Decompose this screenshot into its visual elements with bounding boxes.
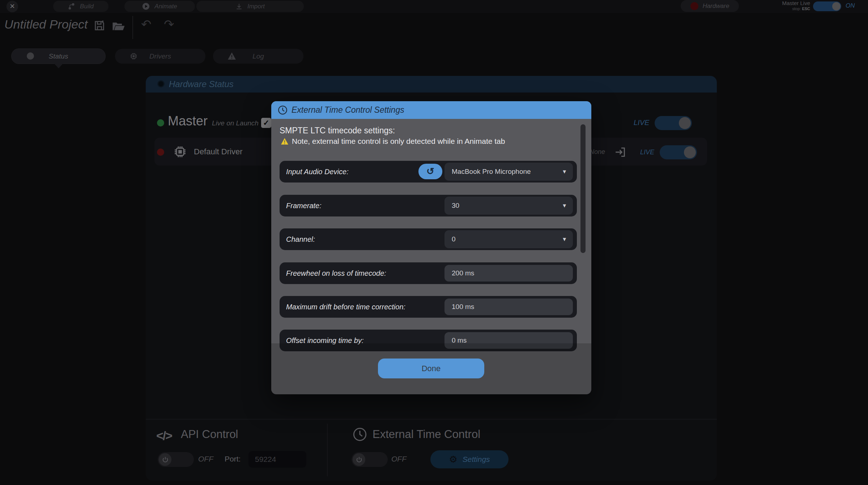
dialog-title: External Time Control Settings xyxy=(292,101,404,119)
app-window: × Build Animate Import Hardware Master L… xyxy=(0,0,868,485)
dropdown-value: 30 xyxy=(452,197,459,215)
external-time-control-settings-dialog: External Time Control Settings SMPTE LTC… xyxy=(271,101,591,394)
row-label: Channel: xyxy=(286,228,315,250)
input-audio-device-dropdown[interactable]: MacBook Pro Microphone ▼ xyxy=(444,163,573,181)
framerate-dropdown[interactable]: 30 ▼ xyxy=(444,197,573,215)
dialog-header: External Time Control Settings xyxy=(271,101,591,119)
clock-icon xyxy=(278,105,288,115)
dialog-scrollbar[interactable] xyxy=(580,124,586,253)
chevron-down-icon: ▼ xyxy=(562,163,567,181)
refresh-devices-button[interactable]: ↺ xyxy=(418,164,442,179)
chevron-down-icon: ▼ xyxy=(562,197,567,215)
refresh-icon: ↺ xyxy=(426,166,434,177)
freewheel-input[interactable]: 200 ms xyxy=(444,265,573,282)
dialog-footer: Done xyxy=(271,343,591,394)
channel-dropdown[interactable]: 0 ▼ xyxy=(444,230,573,248)
setting-row-channel: Channel: 0 ▼ xyxy=(280,228,577,250)
input-value: 100 ms xyxy=(452,299,474,315)
chevron-down-icon: ▼ xyxy=(562,230,567,248)
max-drift-input[interactable]: 100 ms xyxy=(444,299,573,315)
row-label: Freewheel on loss of timecode: xyxy=(286,262,386,284)
dialog-note-text: Note, external time control is only dete… xyxy=(292,137,505,146)
dropdown-value: 0 xyxy=(452,230,456,248)
dialog-intro-text: SMPTE LTC timecode settings: xyxy=(280,126,395,136)
input-value: 200 ms xyxy=(452,265,474,282)
done-button[interactable]: Done xyxy=(378,359,484,378)
row-label: Framerate: xyxy=(286,195,322,216)
setting-row-framerate: Framerate: 30 ▼ xyxy=(280,195,577,216)
row-label: Input Audio Device: xyxy=(286,161,349,183)
setting-row-input-audio-device: Input Audio Device: ↺ MacBook Pro Microp… xyxy=(280,161,577,183)
setting-row-freewheel: Freewheel on loss of timecode: 200 ms xyxy=(280,262,577,284)
dialog-note: Note, external time control is only dete… xyxy=(281,137,505,146)
warning-icon xyxy=(281,138,289,145)
setting-row-max-drift: Maximum drift before time correction: 10… xyxy=(280,296,577,318)
dropdown-value: MacBook Pro Microphone xyxy=(452,163,531,181)
row-label: Maximum drift before time correction: xyxy=(286,296,405,318)
